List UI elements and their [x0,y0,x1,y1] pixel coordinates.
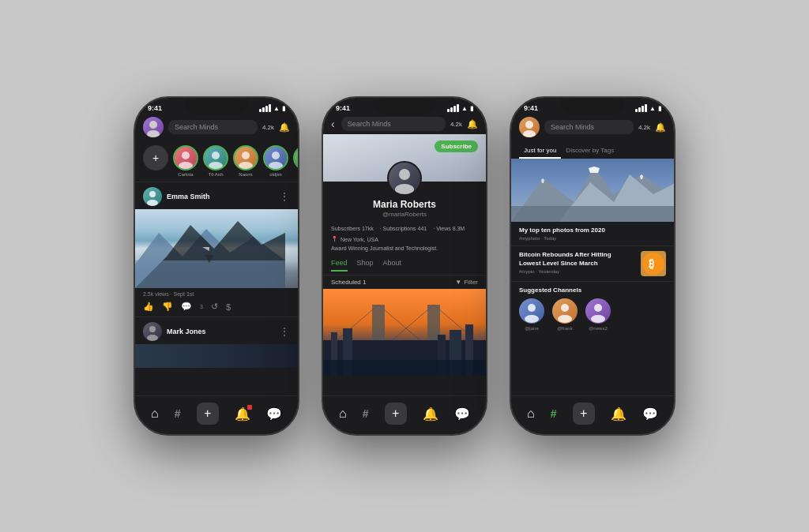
svg-rect-16 [135,260,285,288]
user-avatar[interactable] [143,117,164,137]
post-emma-user[interactable]: Emma Smith [143,187,210,206]
svg-point-53 [558,315,572,323]
search-placeholder-3: Search Minds [551,123,594,131]
post-mark-name: Mark Jones [167,328,206,335]
search-bar[interactable]: Search Minds [168,120,258,134]
discover-post-bitcoin[interactable]: Bitcoin Rebounds After Hitting Lowest Le… [511,246,674,282]
post-mark-user[interactable]: Mark Jones [143,322,206,341]
post-emma-menu[interactable]: ⋮ [279,191,290,202]
location-pin-icon: 📍 [331,236,338,242]
story-carlota[interactable]: Carlota [173,145,198,177]
dislike-icon[interactable]: 👎 [162,302,173,312]
filter-button[interactable]: ▼ Filter [455,279,478,286]
share-icon[interactable]: ↺ [211,302,218,312]
sub-count: 4.2k [262,124,274,131]
svg-point-50 [528,304,536,312]
channel-jane[interactable]: @jane [519,298,544,331]
post-mark-menu[interactable]: ⋮ [279,326,290,337]
channel-news2-handle: @news2 [589,326,607,331]
phone-3-status-icons: ▲ ▮ [635,104,661,112]
profile-feed-image [323,289,486,376]
discover-post-photos[interactable]: My top ten photos from 2020 #myphoto · T… [511,222,674,246]
nav-home-icon-3[interactable]: ⌂ [527,406,535,421]
nav-chat-icon-3[interactable]: 💬 [642,406,658,421]
svg-point-4 [212,152,220,159]
svg-point-20 [149,326,156,332]
post-emma-stats: 2.5k views · Sept 1st [135,288,298,298]
nav-chat-icon[interactable]: 💬 [266,406,282,421]
profile-avatar-wrapper [387,161,422,196]
back-button[interactable]: ‹ [331,118,335,130]
wifi-icon-2: ▲ [461,105,468,112]
svg-point-7 [239,162,253,169]
search-placeholder: Search Minds [175,123,218,131]
subscribe-button[interactable]: Subscribe [435,140,478,152]
tab-just-for-you[interactable]: Just for you [519,144,561,159]
like-icon[interactable]: 👍 [143,302,154,312]
story-old2[interactable]: old.. [293,145,298,177]
discover-post-bitcoin-inner: Bitcoin Rebounds After Hitting Lowest Le… [519,251,666,276]
search-bar-2[interactable]: Search Minds [341,117,446,131]
discovery-mountain-image [511,159,674,222]
svg-point-3 [179,162,193,169]
add-story-btn[interactable]: + [143,145,168,177]
search-placeholder-2: Search Minds [348,120,391,128]
svg-point-1 [147,130,160,137]
phone-2-status-icons: ▲ ▮ [447,104,473,112]
svg-rect-38 [323,360,486,376]
profile-avatar [387,161,422,196]
notification-icon-2[interactable]: 🔔 [467,119,478,129]
svg-point-40 [523,130,536,137]
svg-point-39 [525,121,533,129]
nav-add-button-2[interactable]: + [385,403,407,425]
post-mark-image-partial [135,344,298,368]
post-emma-image [135,209,298,288]
nav-bell-icon-3[interactable]: 🔔 [611,406,627,421]
scheduled-label: Scheduled 1 [331,279,366,286]
signal-icon [259,104,271,112]
nav-home-icon[interactable]: ⌂ [151,406,159,421]
post-emma-header: Emma Smith ⋮ [135,182,298,209]
discover-post-bitcoin-title: Bitcoin Rebounds After Hitting Lowest Le… [519,251,634,268]
nav-bell-icon[interactable]: 🔔 [235,406,250,421]
phone-3-bottom-nav: ⌂ # + 🔔 💬 [511,395,674,434]
tab-feed[interactable]: Feed [331,259,348,272]
nav-home-icon-2[interactable]: ⌂ [339,406,347,421]
svg-point-51 [525,315,539,323]
story-naomi[interactable]: Naomi [233,145,258,177]
story-toanh[interactable]: Tô Anh [203,145,228,177]
channel-jane-handle: @jane [525,326,538,331]
channel-news2[interactable]: @news2 [585,298,611,331]
tab-about[interactable]: About [383,259,402,272]
tip-icon[interactable]: $ [226,302,231,312]
notification-icon[interactable]: 🔔 [279,122,290,133]
svg-point-8 [272,152,280,159]
user-avatar-3[interactable] [519,117,540,137]
story-oldjim[interactable]: oldjim [263,145,288,177]
search-bar-3[interactable]: Search Minds [544,120,634,134]
channel-news2-avatar [585,298,611,324]
comment-icon[interactable]: 💬 [181,302,192,312]
nav-explore-icon[interactable]: # [175,407,181,420]
phone-2-top-bar: ‹ Search Minds 4.2k 🔔 [323,114,486,134]
tab-discover-by-tags[interactable]: Discover by Tags [561,144,619,159]
battery-icon-2: ▮ [470,105,473,112]
svg-rect-47 [511,206,674,222]
svg-point-52 [561,304,569,312]
phone-3-top-bar: Search Minds 4.2k 🔔 [511,114,674,140]
battery-icon: ▮ [282,105,285,112]
nav-explore-icon-3[interactable]: # [551,407,557,420]
phone-3: 9:41 ▲ ▮ Search Mi [510,96,675,436]
battery-icon-3: ▮ [658,105,661,112]
profile-name: Maria Roberts [331,199,478,210]
nav-chat-icon-2[interactable]: 💬 [454,406,470,421]
nav-bell-icon-2[interactable]: 🔔 [423,406,438,421]
tab-shop[interactable]: Shop [357,259,374,272]
nav-add-button[interactable]: + [197,403,219,425]
nav-explore-icon-2[interactable]: # [363,407,369,420]
channel-frank[interactable]: @frank [552,298,578,331]
notification-icon-3[interactable]: 🔔 [655,122,666,133]
phones-container: 9:41 ▲ ▮ Search Mi [102,73,707,459]
stories-row: + Carlota Tô Anh Naomi oldjim [135,140,298,182]
nav-add-button-3[interactable]: + [573,403,595,425]
